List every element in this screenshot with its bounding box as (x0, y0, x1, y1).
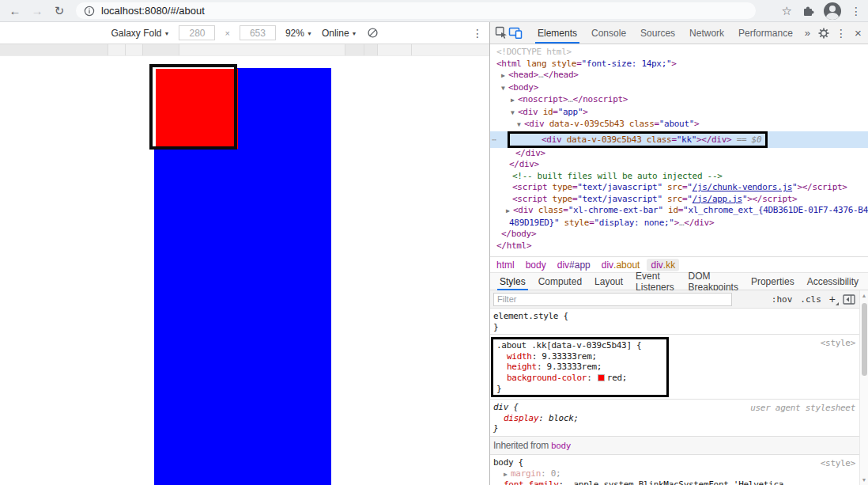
stylesheet-origin-label[interactable]: <style> (821, 458, 855, 468)
more-tabs-icon[interactable]: » (800, 27, 815, 39)
address-bar[interactable]: localhost:8080/#/about (76, 2, 756, 19)
forward-icon[interactable]: → (28, 2, 46, 20)
styles-tab-layout[interactable]: Layout (588, 273, 629, 290)
devtools-panel: ElementsConsoleSourcesNetworkPerformance… (489, 22, 868, 485)
device-select[interactable]: Galaxy Fold▼ (111, 28, 170, 39)
dom-tree-row[interactable]: <html lang style="font-size: 14px;"> (490, 59, 868, 70)
breadcrumb-item[interactable]: div#app (557, 260, 591, 271)
tab-elements[interactable]: Elements (530, 22, 584, 44)
dom-tree-row[interactable]: </html> (490, 241, 868, 252)
styles-toolbar-toggles: :hov.cls+ (772, 293, 836, 305)
styles-sidebar-tabs: StylesComputedLayoutEvent ListenersDOM B… (490, 272, 868, 290)
new-style-rule-button[interactable]: + (829, 293, 836, 305)
screen: ← → ↻ localhost:8080/#/about ☆ ⋮ Galaxy … (0, 0, 868, 485)
scroll-down-icon[interactable]: ▼ (860, 477, 868, 483)
css-property[interactable]: font-family: -apple-system,BlinkMacSyste… (490, 479, 868, 485)
devtools-tabbar: ElementsConsoleSourcesNetworkPerformance… (490, 22, 868, 44)
dom-tree-row[interactable]: </div> (490, 148, 868, 160)
dom-tree-row[interactable]: 489D19ED}" style="display: none;">…</div… (490, 218, 868, 229)
dom-tree-row[interactable]: ▶ <head>…</head> (490, 70, 868, 82)
styles-tab-dom-breakpoints[interactable]: DOM Breakpoints (682, 273, 745, 290)
style-rule: <style>.about .kk[data-v-039c5b43] {widt… (490, 335, 868, 400)
device-toolbar: Galaxy Fold▼ × 92%▼ Online▼ ⋮ (0, 22, 489, 44)
dom-tree-row[interactable]: <!-- built files will be auto injected -… (490, 171, 868, 183)
viewport-width-input[interactable] (179, 25, 215, 40)
inspect-cursor-icon[interactable] (495, 25, 508, 41)
css-property[interactable]: height: 9.33333rem; (493, 362, 666, 373)
device-toolbar-toggle-icon[interactable] (508, 25, 523, 41)
info-circle-icon[interactable] (84, 6, 95, 17)
dom-tree-row[interactable]: <script type="text/javascript" src="/js/… (490, 182, 868, 194)
extensions-puzzle-icon[interactable] (802, 5, 814, 17)
rule-selector[interactable]: .about .kk[data-v-039c5b43] { (493, 340, 666, 351)
browser-menu-icon[interactable]: ⋮ (851, 5, 862, 17)
overflow-dots: ⋯ (490, 134, 501, 146)
zoom-select[interactable]: 92%▼ (285, 28, 312, 39)
rule-close-brace: } (490, 423, 868, 434)
css-property[interactable]: ▶ margin: 0; (490, 468, 868, 480)
dom-tree-row[interactable]: ▼ <body> (490, 82, 868, 95)
scrollbar-thumb[interactable] (862, 303, 867, 376)
reload-icon[interactable]: ↻ (51, 2, 68, 20)
breadcrumb-item[interactable]: html (496, 260, 515, 271)
device-emulation-panel: Galaxy Fold▼ × 92%▼ Online▼ ⋮ (0, 22, 489, 485)
styles-tab-event-listeners[interactable]: Event Listeners (629, 273, 681, 290)
styles-tab-computed[interactable]: Computed (532, 273, 588, 290)
styles-tab-styles[interactable]: Styles (493, 273, 532, 290)
style-rule: <style>body {▶ margin: 0;font-family: -a… (490, 455, 868, 485)
rotate-icon[interactable] (367, 27, 379, 39)
styles-pane: element.style {}<style>.about .kk[data-v… (490, 309, 868, 485)
styles-filter-input[interactable] (493, 293, 732, 306)
throttling-select[interactable]: Online▼ (322, 28, 357, 39)
viewport-height-input[interactable] (240, 25, 276, 40)
stylesheet-origin-label[interactable]: <style> (821, 338, 855, 348)
profile-avatar[interactable] (824, 2, 841, 20)
close-icon[interactable]: × (850, 26, 866, 40)
chevron-down-icon: ▼ (352, 31, 357, 36)
dom-tree-row[interactable]: ▼ <div data-v-039c5b43 class="about"> (490, 119, 868, 131)
dimension-separator: × (225, 28, 229, 38)
dom-tree-row[interactable]: <!DOCTYPE html> (490, 47, 868, 59)
css-property[interactable]: width: 9.33333rem; (493, 351, 666, 362)
style-rule: element.style {} (490, 309, 868, 335)
dom-tree-row[interactable]: <script type="text/javascript" src="/js/… (490, 194, 868, 206)
dom-tree-row-selected[interactable]: ⋯<div data-v-039c5b43 class="kk"></div> … (490, 131, 868, 148)
dom-tree-row[interactable]: </div> (490, 159, 868, 171)
tab-performance[interactable]: Performance (731, 22, 800, 44)
dom-tree-row[interactable]: ▼ <div id="app"> (490, 107, 868, 119)
dom-tree-row[interactable]: ▶ <div class="xl-chrome-ext-bar" id="xl_… (490, 205, 868, 218)
url-text[interactable]: localhost:8080/#/about (101, 5, 205, 17)
scroll-up-icon[interactable]: ▲ (860, 293, 868, 298)
gear-icon[interactable] (815, 25, 832, 41)
breadcrumb-item[interactable]: div.kk (647, 259, 679, 271)
page-viewport (0, 56, 489, 485)
chevron-down-icon: ▼ (307, 31, 312, 36)
dock-side-icon[interactable] (843, 294, 855, 305)
back-icon[interactable]: ← (6, 2, 24, 20)
toggle-cls[interactable]: .cls (800, 294, 821, 305)
breadcrumb-item[interactable]: body (526, 260, 546, 271)
breadcrumb: htmlbodydiv#appdiv.aboutdiv.kk (490, 256, 868, 272)
rule-selector[interactable]: body { (490, 457, 868, 468)
style-rule: user agent stylesheetdiv {display: block… (490, 400, 868, 437)
styles-tab-accessibility[interactable]: Accessibility (801, 273, 865, 290)
device-toolbar-menu-icon[interactable]: ⋮ (472, 27, 483, 40)
chevron-down-icon: ▼ (164, 31, 170, 36)
devtools-menu-icon[interactable]: ⋮ (836, 27, 847, 40)
stylesheet-origin-label: user agent stylesheet (750, 403, 855, 413)
styles-tab-properties[interactable]: Properties (745, 273, 801, 290)
bookmark-star-icon[interactable]: ☆ (782, 4, 792, 18)
color-swatch[interactable] (598, 374, 605, 381)
scrollbar[interactable]: ▲ ▼ (859, 290, 868, 485)
breadcrumb-item[interactable]: div.about (602, 260, 640, 271)
dom-tree-row[interactable]: ▶ <noscript>…</noscript> (490, 94, 868, 107)
tab-sources[interactable]: Sources (633, 22, 682, 44)
rule-selector[interactable]: element.style { (490, 311, 868, 322)
tab-network[interactable]: Network (682, 22, 731, 44)
dom-tree-row[interactable]: </body> (490, 229, 868, 241)
css-property[interactable]: display: block; (490, 413, 868, 424)
rule-close-brace: } (493, 384, 666, 395)
css-property[interactable]: background-color: red; (493, 373, 666, 384)
tab-console[interactable]: Console (584, 22, 633, 44)
toggle-hov[interactable]: :hov (772, 294, 793, 305)
